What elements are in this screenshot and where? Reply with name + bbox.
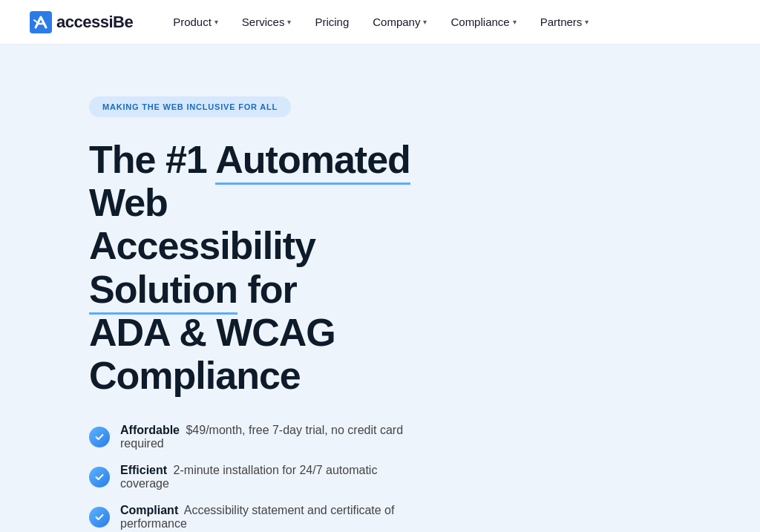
features-list: Affordable $49/month, free 7-day trial, …: [89, 424, 416, 531]
hero-section: MAKING THE WEB INCLUSIVE FOR ALL The #1 …: [0, 45, 505, 532]
check-icon-efficient: [89, 467, 110, 487]
nav-item-compliance[interactable]: Compliance ▾: [440, 10, 526, 34]
chevron-down-icon: ▾: [423, 18, 427, 26]
logo[interactable]: accessiBe: [30, 11, 133, 33]
nav-link-company[interactable]: Company ▾: [362, 10, 437, 34]
feature-compliant: Compliant Accessibility statement and ce…: [89, 504, 416, 531]
nav-item-product[interactable]: Product ▾: [163, 10, 229, 34]
nav-link-partners[interactable]: Partners ▾: [530, 10, 600, 34]
feature-affordable: Affordable $49/month, free 7-day trial, …: [89, 424, 416, 450]
nav-item-services[interactable]: Services ▾: [232, 10, 302, 34]
accessibe-logo-icon: [30, 11, 52, 33]
check-icon-affordable: [89, 427, 110, 447]
hero-title: The #1 Automated WebAccessibility Soluti…: [89, 138, 416, 397]
logo-text: accessiBe: [56, 13, 133, 32]
feature-compliant-label: Compliant: [120, 504, 178, 516]
feature-efficient-label: Efficient: [120, 464, 167, 476]
nav-links: Product ▾ Services ▾ Pricing Company ▾ C…: [163, 10, 599, 34]
navbar: accessiBe Product ▾ Services ▾ Pricing C…: [0, 0, 760, 45]
chevron-down-icon: ▾: [287, 18, 291, 26]
nav-link-compliance[interactable]: Compliance ▾: [440, 10, 526, 34]
nav-item-pricing[interactable]: Pricing: [304, 10, 359, 34]
chevron-down-icon: ▾: [585, 18, 589, 26]
feature-affordable-label: Affordable: [120, 424, 180, 436]
svg-rect-0: [30, 11, 52, 33]
feature-efficient: Efficient 2-minute installation for 24/7…: [89, 464, 416, 490]
nav-item-company[interactable]: Company ▾: [362, 10, 437, 34]
chevron-down-icon: ▾: [513, 18, 517, 26]
hero-badge: MAKING THE WEB INCLUSIVE FOR ALL: [89, 96, 291, 117]
chevron-down-icon: ▾: [214, 18, 218, 26]
check-icon-compliant: [89, 507, 110, 528]
nav-link-services[interactable]: Services ▾: [232, 10, 302, 34]
highlight-solution: Solution: [89, 268, 238, 315]
nav-link-pricing[interactable]: Pricing: [304, 10, 359, 34]
nav-item-partners[interactable]: Partners ▾: [530, 10, 600, 34]
highlight-automated: Automated: [215, 138, 410, 185]
nav-link-product[interactable]: Product ▾: [163, 10, 229, 34]
